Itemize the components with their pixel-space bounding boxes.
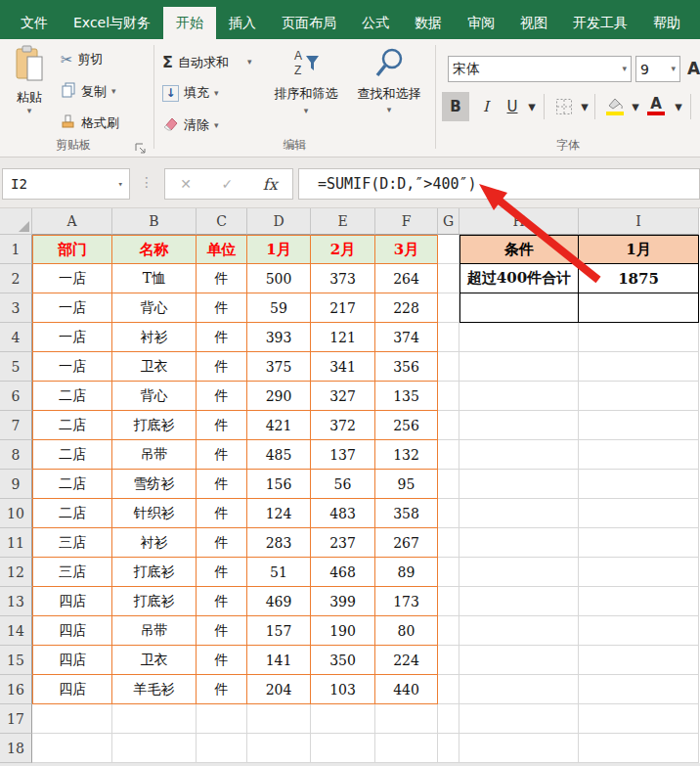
cell-H3[interactable] [459,293,579,323]
cell-I9[interactable] [579,470,699,499]
cell-A2[interactable]: 一店 [32,264,112,293]
cell-H18[interactable] [459,734,579,763]
cell-G9[interactable] [438,470,459,499]
cell-F13[interactable]: 173 [375,587,438,616]
cell-A16[interactable]: 四店 [32,675,112,704]
row-header-7[interactable]: 7 [0,411,32,440]
row-header-15[interactable]: 15 [0,646,32,675]
copy-button[interactable]: 复制 ▾ [61,82,116,101]
paste-button[interactable]: 粘贴 ▾ [6,45,53,141]
cell-H15[interactable] [459,646,579,675]
cell-A10[interactable]: 二店 [32,499,112,528]
cell-H1[interactable]: 条件 [459,235,579,264]
cell-C1[interactable]: 单位 [197,235,247,264]
cell-C16[interactable]: 件 [197,675,247,704]
cell-G13[interactable] [438,587,459,616]
autosum-button[interactable]: Σ 自动求和 ▾ [162,53,251,71]
tab-审阅[interactable]: 审阅 [455,7,507,39]
cell-A18[interactable] [32,734,112,763]
col-header-G[interactable]: G [438,208,459,235]
cell-E14[interactable]: 190 [311,616,375,646]
cell-G12[interactable] [438,558,459,587]
row-header-17[interactable]: 17 [0,704,32,734]
cell-B9[interactable]: 雪纺衫 [112,470,197,499]
cell-D6[interactable]: 290 [247,382,311,411]
cell-F18[interactable] [375,734,438,763]
tab-公式[interactable]: 公式 [349,7,402,39]
cell-E6[interactable]: 327 [311,382,375,411]
dialog-launcher-icon[interactable] [135,140,147,152]
cell-F8[interactable]: 132 [375,440,438,470]
row-header-12[interactable]: 12 [0,558,32,587]
cell-C8[interactable]: 件 [197,440,247,470]
cell-G3[interactable] [438,293,459,323]
cell-I6[interactable] [579,382,699,411]
tab-开发工具[interactable]: 开发工具 [560,7,640,39]
cell-H4[interactable] [459,323,579,352]
cell-A6[interactable]: 二店 [32,382,112,411]
cell-A7[interactable]: 二店 [32,411,112,440]
cut-button[interactable]: ✂ 剪切 [61,51,104,68]
col-header-E[interactable]: E [311,208,375,235]
cell-E12[interactable]: 468 [311,558,375,587]
fill-button[interactable]: ↓ 填充 ▾ [162,84,219,102]
select-all-corner[interactable] [0,208,32,235]
cell-I11[interactable] [579,528,699,558]
cell-H6[interactable] [459,382,579,411]
cell-E2[interactable]: 373 [311,264,375,293]
cell-I3[interactable] [579,293,699,323]
cell-H12[interactable] [459,558,579,587]
cell-G2[interactable] [438,264,459,293]
cell-A13[interactable]: 四店 [32,587,112,616]
cell-B6[interactable]: 背心 [112,382,197,411]
cell-C4[interactable]: 件 [197,323,247,352]
name-box[interactable]: I2 ▾ [2,168,130,200]
row-header-18[interactable]: 18 [0,734,32,763]
cell-I17[interactable] [579,704,699,734]
row-header-14[interactable]: 14 [0,616,32,646]
col-header-B[interactable]: B [112,208,197,235]
formula-bar-resize-handle[interactable]: ⋮ [140,174,153,190]
row-header-13[interactable]: 13 [0,587,32,616]
cell-B13[interactable]: 打底衫 [112,587,197,616]
underline-button[interactable]: U [501,92,524,121]
cell-D9[interactable]: 156 [247,470,311,499]
insert-function-icon[interactable]: fx [263,175,278,194]
cell-E4[interactable]: 121 [311,323,375,352]
cell-F4[interactable]: 374 [375,323,438,352]
cell-B16[interactable]: 羊毛衫 [112,675,197,704]
cell-E3[interactable]: 217 [311,293,375,323]
cell-H13[interactable] [459,587,579,616]
enter-check-icon[interactable]: ✓ [222,176,234,192]
cell-I1[interactable]: 1月 [579,235,699,264]
cell-H10[interactable] [459,499,579,528]
cell-F11[interactable]: 267 [375,528,438,558]
cell-C3[interactable]: 件 [197,293,247,323]
format-painter-button[interactable]: 格式刷 [61,113,119,132]
cell-G6[interactable] [438,382,459,411]
cell-A12[interactable]: 三店 [32,558,112,587]
cell-A15[interactable]: 四店 [32,646,112,675]
cell-G14[interactable] [438,616,459,646]
cell-C17[interactable] [197,704,247,734]
cell-B15[interactable]: 卫衣 [112,646,197,675]
cell-I2[interactable]: 1875 [579,264,699,293]
clear-button[interactable]: 清除 ▾ [162,115,219,135]
row-header-9[interactable]: 9 [0,470,32,499]
cell-F12[interactable]: 89 [375,558,438,587]
cell-F1[interactable]: 3月 [375,235,438,264]
tab-视图[interactable]: 视图 [507,7,560,39]
cell-E18[interactable] [311,734,375,763]
cell-E10[interactable]: 483 [311,499,375,528]
cell-G10[interactable] [438,499,459,528]
cell-I14[interactable] [579,616,699,646]
cell-I16[interactable] [579,675,699,704]
fill-color-button[interactable] [602,92,628,121]
tab-开始[interactable]: 开始 [163,7,216,39]
cell-G7[interactable] [438,411,459,440]
cell-D11[interactable]: 283 [247,528,311,558]
cell-D4[interactable]: 393 [247,323,311,352]
cell-H17[interactable] [459,704,579,734]
cell-D16[interactable]: 204 [247,675,311,704]
cell-F10[interactable]: 358 [375,499,438,528]
